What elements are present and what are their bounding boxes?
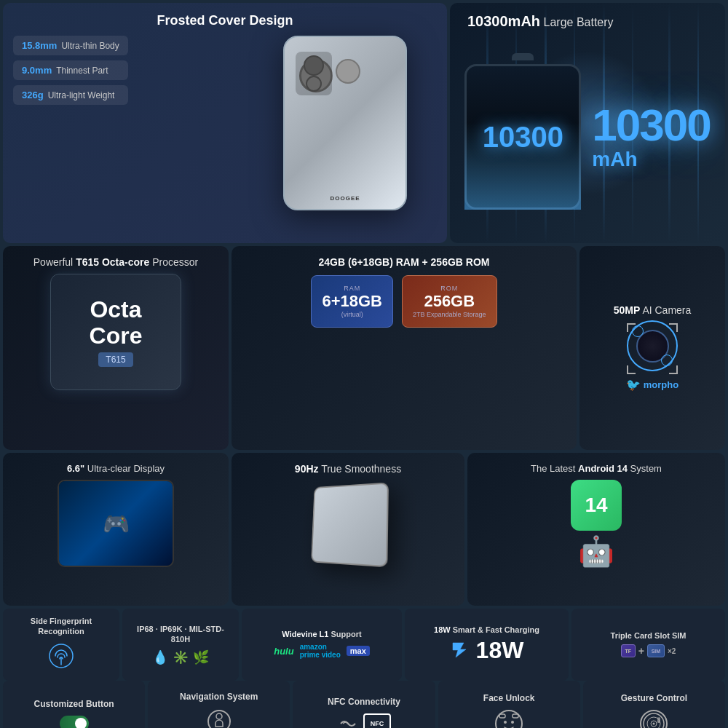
svg-point-15 [504, 721, 507, 724]
toggle-knob [75, 718, 87, 728]
svg-point-20 [653, 723, 655, 725]
gesture-icon [640, 710, 668, 728]
charging-bolt-icon [450, 641, 472, 659]
cell-ram-rom: 24GB (6+18GB) RAM + 256GB ROM RAM 6+18GB… [232, 246, 577, 450]
svg-point-10 [216, 713, 222, 719]
proc-title-prefix: Powerful [33, 256, 76, 268]
sim-card-1: SIM [647, 644, 665, 657]
dust-icon: ✳️ [173, 649, 189, 665]
processor-title: Powerful T615 Octa-core Processor [33, 256, 198, 268]
morpho-brand: morpho [644, 379, 678, 390]
charging-suffix: Smart & Fast Charging [451, 625, 539, 634]
cell-90hz: 90Hz True Smoothness [232, 453, 464, 606]
camera-title-bold: 50MP [614, 304, 641, 316]
charging-title: 18W Smart & Fast Charging [434, 625, 539, 634]
widevine-bold: Widevine L1 [282, 630, 328, 638]
widevine-suffix: Support [328, 630, 361, 638]
ram-rom-title: 24GB (6+18GB) RAM + 256GB ROM [319, 256, 490, 268]
proc-title-bold: T615 Octa-core [76, 256, 149, 268]
spec-weight-val: 326g [22, 90, 44, 100]
face-icon [495, 710, 523, 728]
proc-title-suffix: Processor [149, 256, 198, 268]
spec-thinnest-label: Thinnest Part [56, 66, 108, 76]
spec-weight: 326g Ultra-light Weight [13, 85, 128, 105]
phone-3d-render: DOOGEE [283, 36, 407, 210]
octa-text-line1: Octa Core [90, 297, 143, 348]
face-title: Face Unlock [483, 693, 535, 705]
cell-camera: 50MP AI Camera 🐦 morpho [579, 246, 725, 450]
rom-chip: ROM 256GB 2TB Expandable Storage [402, 275, 497, 328]
sim-title: Triple Card Slot SIM [611, 631, 687, 640]
max-logo: max [347, 646, 370, 656]
svg-rect-12 [513, 714, 518, 718]
cell-gesture: Gesture Control [583, 681, 725, 728]
bracket-br [669, 365, 678, 374]
hz-title: 90Hz True Smoothness [295, 463, 401, 475]
nfc-title: NFC Connectivity [328, 697, 400, 708]
face-svg [498, 713, 520, 728]
bracket-bl [627, 365, 636, 374]
cell-sim: Triple Card Slot SIM TF + SIM ×2 [571, 609, 725, 681]
charging-bold: 18W [434, 625, 451, 634]
widevine-title: Widevine L1 Support [282, 630, 361, 638]
battery-mah-display: 10300 [483, 121, 563, 154]
rom-sub: 2TB Expandable Storage [413, 311, 486, 318]
cell-nfc: NFC Connectivity NFC [293, 681, 435, 728]
battery-value-large: 10300 [592, 103, 710, 148]
android-robot-icon: 🤖 [578, 534, 614, 569]
amazon-logo: amazonprime video [300, 643, 341, 659]
android-bold: Android 14 [578, 463, 628, 474]
battery-unit: mAh [592, 148, 710, 171]
android-prefix: The Latest [531, 463, 578, 474]
spec-thinnest-val: 9.0mm [22, 65, 52, 76]
hz-title-suffix: True Smoothness [319, 463, 402, 475]
ip-title: IP68 · IP69K · MIL-STD-810H [130, 624, 232, 645]
ram-value: 6+18GB [322, 292, 382, 311]
fingerprint-svg [47, 641, 76, 670]
battery-bold-title: 10300mAh [467, 13, 540, 29]
nfc-waves-icon [337, 716, 359, 728]
ram-sub: (virtual) [341, 311, 363, 318]
chips-row: RAM 6+18GB (virtual) ROM 256GB 2TB Expan… [311, 275, 496, 328]
cell-fingerprint: Side FingerprintRecognition [3, 609, 119, 681]
hulu-logo: hulu [274, 646, 293, 657]
phone-hand-visual: DOOGEE [236, 17, 447, 229]
rom-label: ROM [440, 285, 458, 292]
cell-customized-button: Customized Button [3, 681, 145, 728]
display-title-bold: 6.6" [67, 463, 84, 474]
navigation-svg [207, 709, 232, 728]
cell-android: The Latest Android 14 System 14 🤖 [467, 453, 725, 606]
cell-navigation: Navigation System [148, 681, 290, 728]
ram-chip: RAM 6+18GB (virtual) [311, 275, 393, 328]
water-icon: 💧 [152, 649, 168, 665]
navigation-icon [207, 709, 232, 728]
gesture-svg [642, 712, 665, 728]
spec-thickness-val: 15.8mm [22, 40, 57, 51]
customized-title: Customized Button [34, 699, 114, 711]
display-title: 6.6" Ultra-clear Display [13, 463, 218, 474]
tf-card: TF [621, 644, 636, 657]
cell-processor: Powerful T615 Octa-core Processor Octa C… [3, 246, 229, 450]
camera-bracket [627, 323, 678, 374]
toggle-switch-icon [60, 716, 89, 728]
fingerprint-title: Side FingerprintRecognition [31, 616, 92, 637]
spec-thickness: 15.8mm Ultra-thin Body [13, 36, 128, 55]
display-title-suffix: Ultra-clear Display [84, 463, 165, 474]
fingerprint-icon [47, 641, 76, 673]
octa-chip-visual: Octa Core T615 [50, 274, 181, 390]
navigation-title: Navigation System [180, 692, 258, 703]
specs-list: 15.8mm Ultra-thin Body 9.0mm Thinnest Pa… [13, 36, 128, 105]
cell-charging: 18W Smart & Fast Charging 18W [405, 609, 569, 681]
row-3: 6.6" Ultra-clear Display 90Hz True Smoot… [3, 453, 725, 606]
display-phone-screen [58, 480, 174, 567]
row-2: Powerful T615 Octa-core Processor Octa C… [3, 246, 725, 450]
cell-battery: 10300mAh Large Battery 10300 10300 [450, 3, 725, 243]
cell-ip-rating: IP68 · IP69K · MIL-STD-810H 💧 ✳️ 🌿 [122, 609, 239, 681]
rom-value: 256GB [424, 292, 475, 311]
spec-weight-label: Ultra-light Weight [48, 90, 115, 100]
camera-title-suffix: AI Camera [640, 304, 691, 316]
row-5: Customized Button Navigation System NFC … [3, 681, 725, 728]
cell-frosted-design: Frosted Cover Design 15.8mm Ultra-thin B… [3, 3, 447, 243]
charging-display: 18W [450, 637, 524, 664]
svg-point-16 [511, 721, 514, 724]
